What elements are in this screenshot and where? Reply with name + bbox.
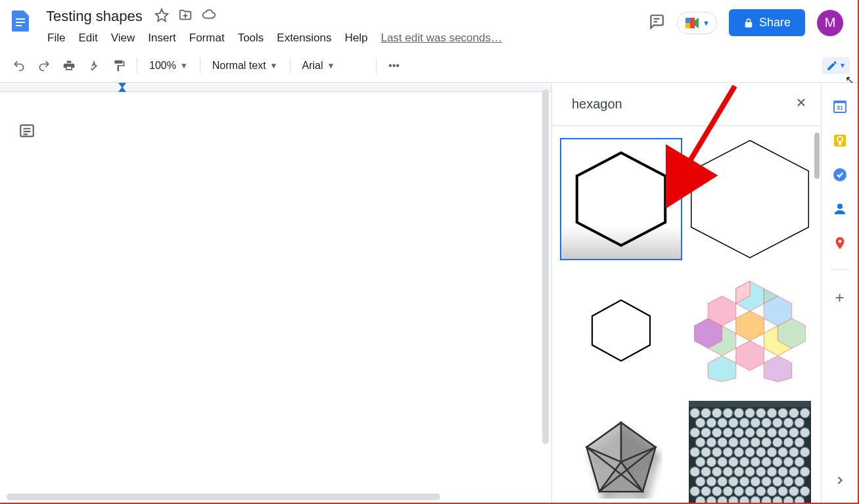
menu-edit[interactable]: Edit xyxy=(73,29,103,47)
collapse-sidepanel-button[interactable] xyxy=(833,474,847,490)
svg-point-109 xyxy=(695,476,705,486)
undo-button[interactable] xyxy=(8,55,30,77)
search-result-6[interactable] xyxy=(689,401,811,503)
get-addons-button[interactable]: + xyxy=(835,288,844,307)
font-select[interactable]: Arial▼ xyxy=(297,60,369,72)
svg-point-78 xyxy=(701,447,710,457)
svg-point-129 xyxy=(800,486,810,496)
paint-format-button[interactable] xyxy=(108,55,130,77)
svg-point-55 xyxy=(794,418,804,428)
search-result-2[interactable] xyxy=(689,138,811,260)
vertical-scrollbar[interactable] xyxy=(542,89,549,444)
svg-rect-6 xyxy=(690,18,695,28)
svg-point-126 xyxy=(767,486,777,496)
svg-marker-8 xyxy=(577,153,665,246)
svg-point-93 xyxy=(750,457,760,467)
svg-point-85 xyxy=(778,447,787,457)
star-icon[interactable] xyxy=(154,8,169,25)
svg-rect-5 xyxy=(685,23,690,28)
svg-point-101 xyxy=(723,467,733,476)
open-comments-icon[interactable] xyxy=(648,13,665,33)
svg-point-81 xyxy=(733,447,743,457)
horizontal-scrollbar[interactable] xyxy=(7,493,440,500)
search-result-4[interactable] xyxy=(689,269,811,392)
move-icon[interactable] xyxy=(178,8,193,25)
svg-point-35 xyxy=(689,408,699,418)
meet-button[interactable]: ▼ xyxy=(677,12,717,34)
keep-addon[interactable] xyxy=(832,133,848,149)
last-edit-link[interactable]: Last edit was seconds… xyxy=(381,32,501,45)
svg-point-98 xyxy=(689,467,699,476)
svg-point-9 xyxy=(664,240,673,248)
redo-button[interactable] xyxy=(33,55,55,77)
docs-logo[interactable] xyxy=(8,5,34,37)
search-result-3[interactable] xyxy=(560,269,682,392)
svg-point-115 xyxy=(761,476,771,486)
svg-point-149 xyxy=(838,240,841,243)
search-result-5[interactable] xyxy=(560,401,682,503)
tasks-addon[interactable] xyxy=(832,167,848,183)
menu-help[interactable]: Help xyxy=(339,29,373,47)
svg-point-134 xyxy=(739,496,749,503)
contacts-addon[interactable] xyxy=(832,201,848,217)
svg-point-125 xyxy=(756,486,766,496)
svg-point-41 xyxy=(756,408,766,418)
svg-point-69 xyxy=(717,438,727,447)
svg-point-46 xyxy=(695,418,705,428)
more-toolbar-button[interactable]: ••• xyxy=(383,55,406,77)
svg-point-96 xyxy=(783,457,793,467)
style-select[interactable]: Normal text▼ xyxy=(207,60,283,72)
menu-format[interactable]: Format xyxy=(184,29,230,47)
document-title[interactable]: Testing shapes xyxy=(42,7,147,26)
svg-point-43 xyxy=(778,408,787,418)
menu-insert[interactable]: Insert xyxy=(143,29,181,47)
zoom-select[interactable]: 100%▼ xyxy=(144,60,193,72)
spellcheck-button[interactable] xyxy=(83,55,105,77)
svg-point-61 xyxy=(745,428,755,438)
cloud-status-icon[interactable] xyxy=(202,8,216,25)
share-button[interactable]: Share xyxy=(729,9,805,36)
print-button[interactable] xyxy=(58,55,80,77)
svg-rect-0 xyxy=(16,18,25,20)
svg-point-118 xyxy=(794,476,804,486)
svg-point-72 xyxy=(750,438,760,447)
account-avatar[interactable]: M xyxy=(817,10,843,36)
svg-point-110 xyxy=(706,476,716,486)
svg-point-79 xyxy=(712,447,722,457)
svg-point-86 xyxy=(789,447,799,457)
close-panel-button[interactable] xyxy=(795,96,808,112)
svg-point-56 xyxy=(689,428,699,438)
svg-point-49 xyxy=(728,418,738,428)
document-canvas[interactable] xyxy=(0,83,551,503)
editing-mode-button[interactable]: ▼ ↖ xyxy=(822,57,850,74)
menu-view[interactable]: View xyxy=(106,29,141,47)
svg-point-68 xyxy=(706,438,716,447)
svg-point-64 xyxy=(778,428,787,438)
search-term[interactable]: hexagon xyxy=(572,97,795,112)
svg-point-77 xyxy=(689,447,699,457)
maps-addon[interactable] xyxy=(832,235,848,251)
menu-file[interactable]: File xyxy=(42,29,70,47)
calendar-addon[interactable]: 31 xyxy=(832,99,848,114)
document-outline-button[interactable] xyxy=(18,122,35,142)
svg-point-99 xyxy=(701,467,710,476)
panel-scrollbar[interactable] xyxy=(814,133,820,179)
svg-point-133 xyxy=(728,496,738,503)
svg-point-87 xyxy=(800,447,810,457)
horizontal-ruler[interactable] xyxy=(0,83,551,92)
svg-point-58 xyxy=(712,428,722,438)
svg-marker-11 xyxy=(592,300,650,361)
svg-point-90 xyxy=(717,457,727,467)
svg-point-95 xyxy=(772,457,782,467)
svg-point-50 xyxy=(739,418,749,428)
svg-point-127 xyxy=(778,486,787,496)
svg-point-54 xyxy=(783,418,793,428)
menu-tools[interactable]: Tools xyxy=(233,29,269,47)
image-search-panel: hexagon xyxy=(551,83,821,503)
svg-point-116 xyxy=(772,476,782,486)
svg-point-73 xyxy=(761,438,771,447)
svg-rect-4 xyxy=(685,18,690,23)
indent-marker[interactable] xyxy=(118,83,126,92)
search-result-1[interactable] xyxy=(560,138,682,260)
menu-extensions[interactable]: Extensions xyxy=(271,29,337,47)
